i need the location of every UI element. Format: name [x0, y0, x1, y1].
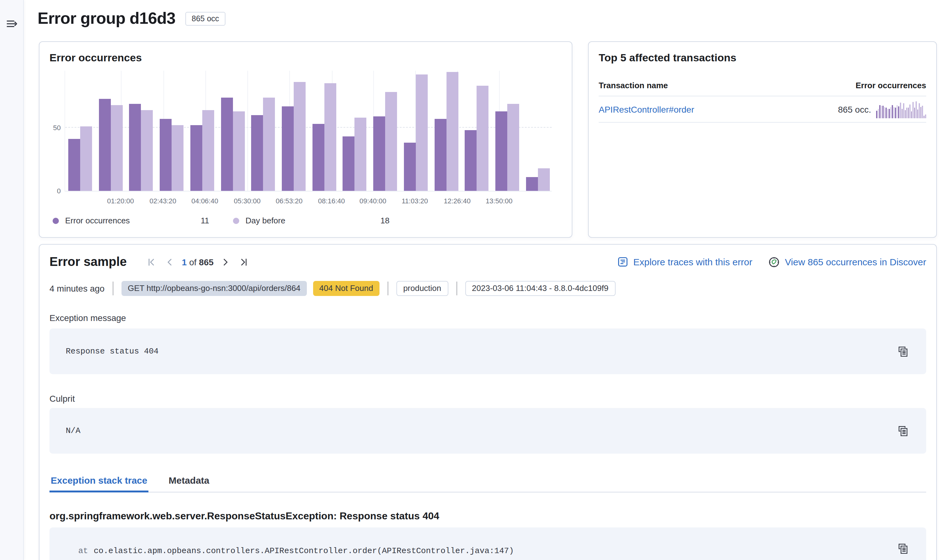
- legend-label: Error occurrences: [65, 216, 130, 225]
- sparkline-bar: [889, 109, 890, 118]
- last-page-button[interactable]: [238, 255, 250, 268]
- top-transactions-panel: Top 5 affected transactions Transaction …: [588, 41, 937, 238]
- copy-icon: [898, 425, 908, 436]
- stack-frame: atco.elastic.apm.opbeans.controllers.API…: [66, 543, 882, 559]
- legend-dot: [52, 217, 59, 224]
- sparkline-bar: [919, 103, 920, 118]
- chart-bars: [65, 71, 552, 191]
- sample-pagination: 1 of 865: [146, 255, 250, 268]
- x-tick-label: 06:53:20: [276, 197, 302, 205]
- bar: [324, 83, 336, 191]
- bar: [80, 126, 92, 191]
- first-page-icon: [147, 257, 157, 267]
- copy-button[interactable]: [898, 346, 909, 357]
- bar: [251, 115, 263, 191]
- page-header: Error group d16d3 865 occ: [38, 9, 225, 28]
- request-badge: GET http://opbeans-go-nsn:3000/api/order…: [122, 281, 307, 296]
- bar: [190, 125, 202, 191]
- chart-plot: 050: [65, 71, 552, 191]
- legend-item-day-before[interactable]: Day before18: [233, 216, 390, 225]
- sparkline-bar: [879, 105, 880, 118]
- previous-page-button[interactable]: [164, 255, 176, 268]
- sparkline-bar: [884, 107, 885, 118]
- occurrences-sparkline: [876, 100, 926, 118]
- bar: [129, 103, 141, 191]
- bar: [294, 82, 305, 191]
- total-pages: 865: [199, 257, 214, 267]
- copy-button[interactable]: [898, 425, 909, 437]
- sparkline-bar: [897, 105, 898, 118]
- first-page-button[interactable]: [146, 255, 158, 268]
- tab-metadata[interactable]: Metadata: [168, 475, 211, 492]
- sparkline-bar: [885, 108, 887, 118]
- status-badge: 404 Not Found: [313, 281, 379, 296]
- side-nav-rail: [0, 0, 24, 560]
- sparkline-bar: [901, 109, 902, 118]
- table-header-row: Transaction name Error occurrences: [599, 81, 926, 96]
- last-page-icon: [239, 257, 248, 267]
- copy-button[interactable]: [898, 543, 909, 554]
- transaction-link[interactable]: APIRestController#order: [599, 104, 694, 114]
- bar-group: [434, 72, 458, 191]
- sparkline-bar: [903, 103, 904, 118]
- exception-message-value: Response status 404: [66, 347, 159, 356]
- sparkline-bar: [898, 106, 899, 118]
- sparkline-bar: [890, 107, 891, 118]
- copy-icon: [898, 543, 908, 554]
- trace-explorer-icon: [618, 257, 628, 267]
- sparkline-bar: [887, 109, 888, 118]
- bar: [171, 125, 184, 191]
- column-error-occurrences: Error occurrences: [856, 81, 926, 90]
- next-page-button[interactable]: [219, 255, 232, 268]
- sparkline-bar: [876, 111, 877, 118]
- view-in-discover-link[interactable]: View 865 occurrences in Discover: [769, 256, 926, 268]
- bar-group: [526, 168, 550, 191]
- bar: [385, 92, 397, 191]
- divider: [113, 282, 113, 295]
- bar-group: [373, 92, 397, 191]
- of-label: of: [189, 257, 196, 267]
- x-tick-label: 04:06:40: [191, 197, 218, 205]
- environment-badge: production: [396, 281, 448, 296]
- bar: [355, 118, 367, 191]
- column-transaction-name: Transaction name: [599, 81, 668, 90]
- legend-value: 11: [201, 216, 209, 225]
- explore-traces-link[interactable]: Explore traces with this error: [618, 257, 753, 267]
- bar-group: [68, 126, 92, 191]
- bar: [434, 119, 446, 191]
- time-ago: 4 minutes ago: [49, 283, 105, 294]
- x-tick-label: 11:03:20: [402, 197, 428, 205]
- error-sample-panel: Error sample 1 of 865: [39, 244, 937, 560]
- current-page: 1: [182, 257, 187, 267]
- occurrence-count: 865 occ.: [838, 104, 871, 114]
- y-tick-label: 0: [48, 187, 61, 195]
- bar-group: [404, 74, 428, 191]
- exception-message-label: Exception message: [49, 313, 926, 323]
- bar: [111, 105, 122, 191]
- sparkline-bar: [924, 116, 925, 118]
- chevron-left-icon: [165, 257, 175, 267]
- chevron-right-icon: [221, 257, 230, 267]
- timestamp-version-badge: 2023-03-06 11:04:43 - 8.8.0-4dc109f9: [465, 281, 615, 296]
- bar: [68, 139, 80, 191]
- error-occurrences-panel: Error occurrences 050 01:20:0002:43:2004…: [39, 41, 572, 238]
- bar: [416, 74, 428, 191]
- bar-group: [495, 103, 519, 191]
- legend-item-error-occurrences[interactable]: Error occurrences11: [52, 216, 209, 225]
- bar: [221, 97, 233, 191]
- sparkline-bar: [925, 115, 926, 118]
- bar-group: [160, 119, 184, 191]
- bar-group: [190, 110, 214, 191]
- x-tick-label: 12:26:40: [444, 197, 470, 205]
- x-tick-label: 09:40:00: [359, 197, 386, 205]
- stack-frame: atorg.springframework.web.method.support…: [66, 559, 882, 560]
- bar: [477, 86, 489, 191]
- page-title: Error group d16d3: [38, 9, 175, 28]
- divider: [388, 282, 388, 295]
- expand-menu-button[interactable]: [6, 17, 18, 30]
- tab-exception-stack-trace[interactable]: Exception stack trace: [49, 475, 149, 492]
- sparkline-bar: [878, 109, 879, 118]
- sparkline-bar: [918, 109, 918, 118]
- error-sample-title: Error sample: [49, 255, 127, 269]
- chart-title: Error occurrences: [49, 52, 562, 65]
